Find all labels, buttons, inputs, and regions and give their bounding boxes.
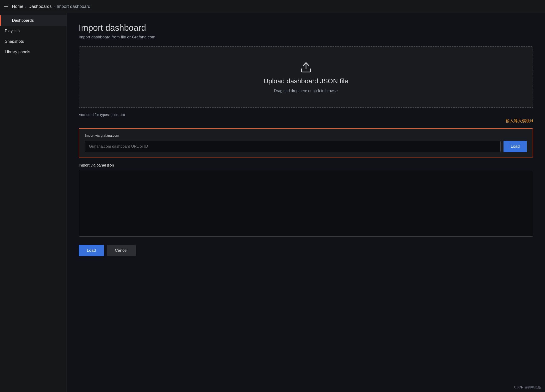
hamburger-menu-icon[interactable]: ☰ xyxy=(4,4,8,10)
topbar: ☰ Home › Dashboards › Import dashboard xyxy=(0,0,545,13)
breadcrumb-current: Import dashboard xyxy=(57,4,90,9)
breadcrumb-sep-1: › xyxy=(25,5,26,9)
page-subtitle: Import dashboard from file or Grafana.co… xyxy=(79,35,533,40)
watermark: CSDN @鸭鸭老板 xyxy=(514,385,541,390)
template-link[interactable]: 输入导入模板id xyxy=(79,118,533,124)
sidebar-item-playlists[interactable]: Playlists xyxy=(0,26,67,36)
breadcrumb-sep-2: › xyxy=(53,5,55,9)
breadcrumb-dashboards[interactable]: Dashboards xyxy=(28,4,51,9)
layout: Dashboards Playlists Snapshots Library p… xyxy=(0,13,545,392)
panel-json-textarea[interactable] xyxy=(79,170,533,237)
sidebar-label-playlists: Playlists xyxy=(5,29,19,33)
sidebar-item-library-panels[interactable]: Library panels xyxy=(0,47,67,57)
sidebar: Dashboards Playlists Snapshots Library p… xyxy=(0,13,67,392)
grid-icon xyxy=(5,18,9,23)
page-title: Import dashboard xyxy=(79,23,533,33)
load-button[interactable]: Load xyxy=(79,245,104,256)
import-row: Load xyxy=(85,141,527,152)
grafana-load-button[interactable]: Load xyxy=(503,141,527,152)
sidebar-label-snapshots: Snapshots xyxy=(5,39,24,44)
import-grafana-label: Import via grafana.com xyxy=(85,134,527,137)
import-grafana-section: Import via grafana.com Load xyxy=(79,128,533,157)
accepted-types: Accepted file types: .json, .txt xyxy=(79,113,533,117)
grafana-url-input[interactable] xyxy=(85,141,501,152)
panel-json-label: Import via panel json xyxy=(79,163,533,168)
cancel-button[interactable]: Cancel xyxy=(107,245,136,256)
sidebar-item-dashboards[interactable]: Dashboards xyxy=(0,15,67,26)
main-content: Import dashboard Import dashboard from f… xyxy=(67,13,545,392)
breadcrumb: Home › Dashboards › Import dashboard xyxy=(12,4,90,9)
sidebar-label-dashboards: Dashboards xyxy=(12,18,34,23)
breadcrumb-home[interactable]: Home xyxy=(12,4,23,9)
sidebar-label-library-panels: Library panels xyxy=(5,50,30,54)
sidebar-item-snapshots[interactable]: Snapshots xyxy=(0,36,67,47)
upload-hint: Drag and drop here or click to browse xyxy=(274,89,338,93)
upload-icon xyxy=(300,61,312,74)
panel-json-section: Import via panel json xyxy=(79,163,533,238)
upload-area[interactable]: Upload dashboard JSON file Drag and drop… xyxy=(79,46,533,108)
bottom-actions: Load Cancel xyxy=(79,245,533,256)
upload-title: Upload dashboard JSON file xyxy=(264,77,348,85)
